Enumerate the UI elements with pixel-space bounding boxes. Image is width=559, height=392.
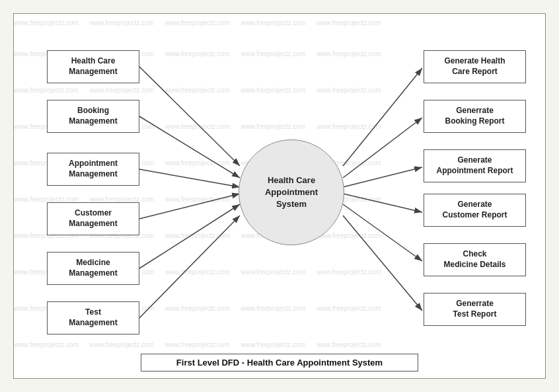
svg-line-6 [139, 216, 240, 318]
svg-line-11 [343, 204, 422, 261]
svg-line-3 [139, 169, 240, 187]
box-generrate-test-report: GenerrateTest Report [424, 293, 526, 326]
svg-line-5 [139, 204, 240, 268]
box-test-management: TestManagement [47, 301, 139, 334]
box-booking-management: BookingManagement [47, 100, 139, 133]
box-appointment-management: AppointmentManagement [47, 153, 139, 186]
svg-line-2 [139, 116, 240, 178]
box-check-medicine-details: CheckMedicine Details [424, 243, 526, 276]
box-generate-appointment-report: GenerateAppointment Report [424, 149, 526, 182]
watermark-1: www.freeprojectz.com www.freeprojectz.co… [14, 19, 545, 26]
footer-caption: First Level DFD - Health Care Appointmen… [141, 354, 418, 372]
svg-line-9 [343, 167, 422, 187]
svg-line-10 [343, 194, 422, 212]
svg-line-8 [343, 118, 422, 178]
box-health-care-management: Health CareManagement [47, 50, 139, 83]
watermark-10: www.freeprojectz.com www.freeprojectz.co… [14, 341, 545, 348]
svg-line-7 [343, 68, 422, 166]
box-customer-management: CustomerManagement [47, 202, 139, 235]
box-generrate-booking-report: GenerrateBooking Report [424, 100, 526, 133]
svg-line-1 [139, 67, 240, 166]
center-node: Health CareAppointmentSystem [239, 139, 344, 245]
box-generate-health-care-report: Generate HealthCare Report [424, 50, 526, 83]
svg-line-12 [343, 216, 422, 311]
watermark-3: www.freeprojectz.com www.freeprojectz.co… [14, 87, 545, 94]
box-generate-customer-report: GenerateCustomer Report [424, 194, 526, 227]
box-medicine-management: MedicineManagement [47, 252, 139, 285]
svg-line-4 [139, 194, 240, 219]
diagram-container: www.freeprojectz.com www.freeprojectz.co… [13, 13, 546, 379]
